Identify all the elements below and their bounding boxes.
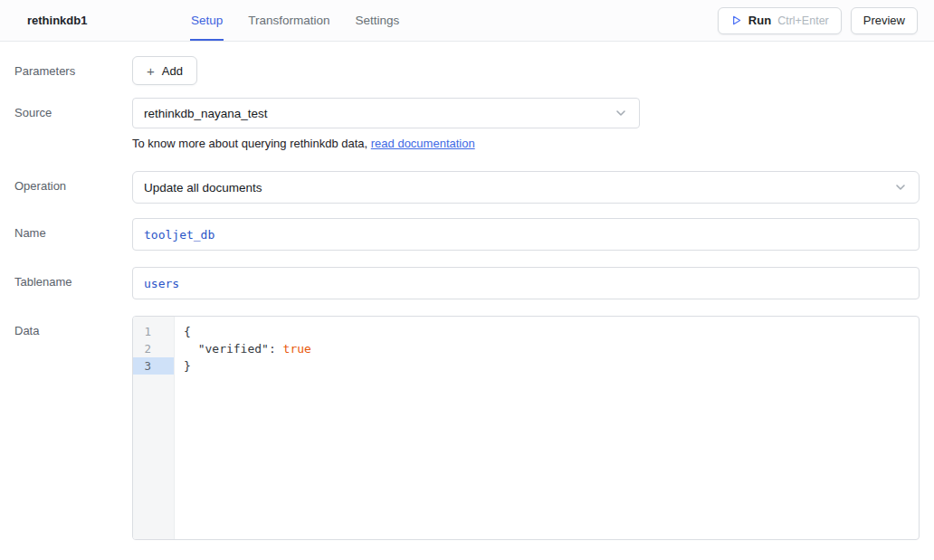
data-row: Data 123 { "verified": true} (14, 316, 920, 540)
run-button[interactable]: Run Ctrl+Enter (718, 7, 842, 34)
tab-setup[interactable]: Setup (190, 0, 224, 41)
name-row: Name tooljet_db (14, 218, 920, 251)
query-name: rethinkdb1 (27, 14, 92, 27)
header-actions: Run Ctrl+Enter Preview (718, 0, 918, 41)
play-icon (730, 14, 742, 26)
plus-icon: + (147, 64, 155, 78)
chevron-down-icon (893, 180, 908, 195)
tab-settings[interactable]: Settings (355, 0, 401, 41)
code-line: } (184, 357, 919, 375)
preview-button[interactable]: Preview (851, 7, 918, 34)
name-label: Name (14, 218, 132, 251)
operation-row: Operation Update all documents (14, 171, 920, 204)
run-label: Run (748, 14, 771, 27)
tablename-input[interactable]: users (132, 267, 920, 299)
add-parameter-button[interactable]: + Add (132, 56, 197, 85)
name-input-value: tooljet_db (144, 228, 214, 242)
source-selected-value: rethinkdb_nayana_test (144, 107, 268, 120)
run-shortcut: Ctrl+Enter (777, 14, 829, 27)
name-input[interactable]: tooljet_db (132, 218, 920, 251)
chevron-down-icon (614, 106, 628, 120)
line-number: 3 (133, 357, 174, 375)
helper-text: To know more about querying rethinkdb da… (132, 137, 371, 150)
tab-transformation[interactable]: Transformation (247, 0, 330, 41)
preview-label: Preview (863, 14, 905, 27)
query-editor-header: rethinkdb1 SetupTransformationSettings R… (0, 0, 934, 42)
code-line: "verified": true (184, 340, 919, 357)
query-setup-panel: Parameters + Add Source rethinkdb_nayana… (0, 42, 934, 540)
tablename-row: Tablename users (14, 267, 920, 299)
operation-label: Operation (14, 171, 132, 204)
source-helper-text: To know more about querying rethinkdb da… (132, 137, 920, 150)
code-line: { (184, 323, 919, 340)
line-number: 2 (133, 340, 174, 357)
operation-select[interactable]: Update all documents (132, 171, 920, 204)
code-area: { "verified": true} (175, 317, 919, 539)
tablename-label: Tablename (14, 267, 132, 299)
data-label: Data (14, 316, 132, 540)
line-number: 1 (133, 323, 174, 340)
parameters-label: Parameters (14, 56, 132, 85)
source-select[interactable]: rethinkdb_nayana_test (132, 98, 640, 128)
source-row: Source rethinkdb_nayana_test To know mor… (14, 98, 920, 150)
tab-bar: SetupTransformationSettings (190, 0, 424, 41)
add-button-label: Add (162, 64, 183, 78)
data-code-editor[interactable]: 123 { "verified": true} (132, 316, 920, 540)
source-label: Source (14, 98, 132, 150)
tablename-input-value: users (144, 277, 179, 290)
read-documentation-link[interactable]: read documentation (371, 137, 475, 150)
operation-selected-value: Update all documents (144, 181, 262, 195)
line-number-gutter: 123 (133, 317, 175, 539)
parameters-row: Parameters + Add (14, 56, 920, 85)
